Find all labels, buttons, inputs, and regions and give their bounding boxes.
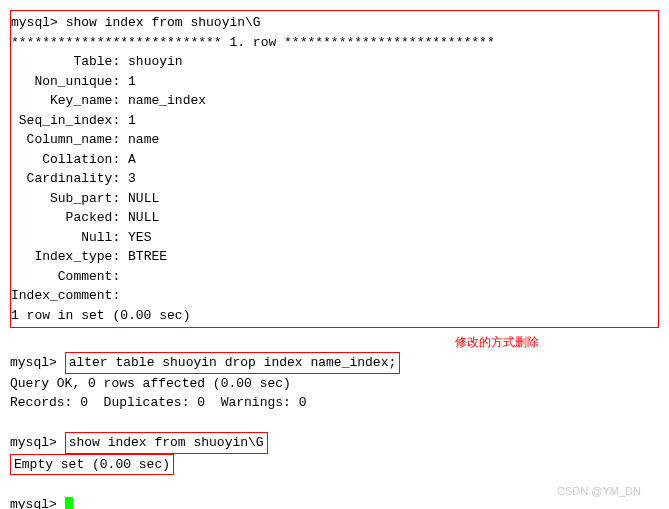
show-index-command-2: show index from shuoyin\G (69, 435, 264, 450)
field-index-type: Index_type: BTREE (11, 247, 658, 267)
field-index-comment: Index_comment: (11, 286, 658, 306)
index-output-box: mysql> show index from shuoyin\G *******… (10, 10, 659, 328)
result-rows: 1 row in set (0.00 sec) (11, 306, 658, 326)
cursor-icon (65, 497, 73, 509)
mysql-prompt: mysql> (10, 497, 57, 510)
field-seq-in-index: Seq_in_index: 1 (11, 111, 658, 131)
field-null: Null: YES (11, 228, 658, 248)
records-line: Records: 0 Duplicates: 0 Warnings: 0 (10, 393, 659, 413)
mysql-prompt: mysql> (10, 435, 57, 450)
field-table: Table: shuoyin (11, 52, 658, 72)
field-non-unique: Non_unique: 1 (11, 72, 658, 92)
show-index-command: show index from shuoyin\G (66, 15, 261, 30)
alter-table-command: alter table shuoyin drop index name_inde… (69, 355, 397, 370)
mysql-prompt: mysql> (11, 15, 58, 30)
command-line-1: mysql> show index from shuoyin\G (11, 13, 658, 33)
query-ok-line: Query OK, 0 rows affected (0.00 sec) (10, 374, 659, 394)
annotation-line: 修改的方式删除 (10, 333, 659, 352)
show-index-command-box: show index from shuoyin\G (65, 432, 268, 454)
field-collation: Collation: A (11, 150, 658, 170)
empty-set-line: Empty set (0.00 sec) (10, 454, 659, 476)
command-line-3: mysql> show index from shuoyin\G (10, 432, 659, 454)
field-sub-part: Sub_part: NULL (11, 189, 658, 209)
field-cardinality: Cardinality: 3 (11, 169, 658, 189)
mysql-prompt: mysql> (10, 355, 57, 370)
command-line-2: mysql> alter table shuoyin drop index na… (10, 352, 659, 374)
empty-set-box: Empty set (0.00 sec) (10, 454, 174, 476)
field-column-name: Column_name: name (11, 130, 658, 150)
field-comment: Comment: (11, 267, 658, 287)
field-key-name: Key_name: name_index (11, 91, 658, 111)
row-separator: *************************** 1. row *****… (11, 33, 658, 53)
annotation-text: 修改的方式删除 (455, 333, 539, 351)
field-packed: Packed: NULL (11, 208, 658, 228)
alter-table-command-box: alter table shuoyin drop index name_inde… (65, 352, 401, 374)
watermark-text: CSDN @YM_DN (557, 483, 641, 500)
